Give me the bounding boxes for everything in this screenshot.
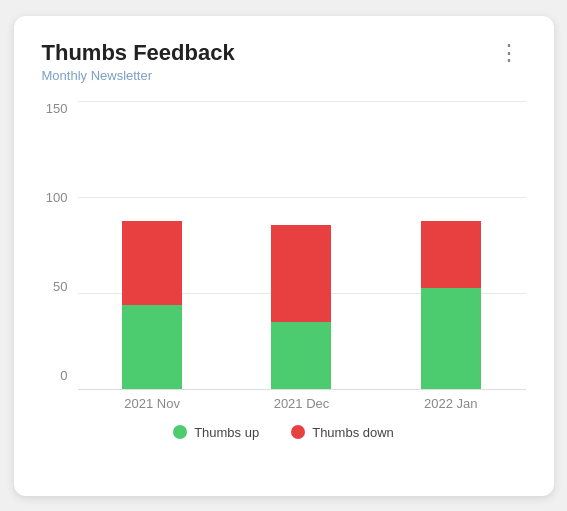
bar-stack xyxy=(122,221,182,389)
x-axis-label: 2022 Jan xyxy=(411,396,491,411)
bar-segment-down xyxy=(271,225,331,322)
legend-item-up: Thumbs up xyxy=(173,425,259,440)
bar-stack xyxy=(421,221,481,389)
thumbs-up-label: Thumbs up xyxy=(194,425,259,440)
x-axis-label: 2021 Nov xyxy=(112,396,192,411)
chart-body: 2021 Nov2021 Dec2022 Jan xyxy=(78,101,526,411)
bars-and-grid xyxy=(78,101,526,390)
bar-group xyxy=(271,101,331,389)
bar-group xyxy=(122,101,182,389)
card-subtitle: Monthly Newsletter xyxy=(42,68,235,83)
bar-segment-up xyxy=(271,322,331,389)
x-axis-label: 2021 Dec xyxy=(261,396,341,411)
bar-stack xyxy=(271,225,331,389)
legend-item-down: Thumbs down xyxy=(291,425,394,440)
bar-group xyxy=(421,101,481,389)
bar-segment-up xyxy=(122,305,182,389)
y-axis: 150100500 xyxy=(42,101,78,411)
bar-segment-up xyxy=(421,288,481,389)
card-header: Thumbs Feedback Monthly Newsletter ⋮ xyxy=(42,40,526,83)
chart-area: 150100500 2021 Nov2021 Dec2022 Jan xyxy=(42,101,526,411)
y-axis-label: 0 xyxy=(60,368,67,383)
thumbs-up-dot xyxy=(173,425,187,439)
thumbs-down-dot xyxy=(291,425,305,439)
thumbs-down-label: Thumbs down xyxy=(312,425,394,440)
bar-segment-down xyxy=(122,221,182,305)
menu-icon[interactable]: ⋮ xyxy=(492,40,526,66)
bar-segment-down xyxy=(421,221,481,288)
x-labels: 2021 Nov2021 Dec2022 Jan xyxy=(78,396,526,411)
card-title-group: Thumbs Feedback Monthly Newsletter xyxy=(42,40,235,83)
y-axis-label: 150 xyxy=(46,101,68,116)
card-title: Thumbs Feedback xyxy=(42,40,235,66)
card: Thumbs Feedback Monthly Newsletter ⋮ 150… xyxy=(14,16,554,496)
y-axis-label: 100 xyxy=(46,190,68,205)
y-axis-label: 50 xyxy=(53,279,67,294)
legend: Thumbs up Thumbs down xyxy=(42,425,526,440)
bar-group-container xyxy=(78,101,526,389)
